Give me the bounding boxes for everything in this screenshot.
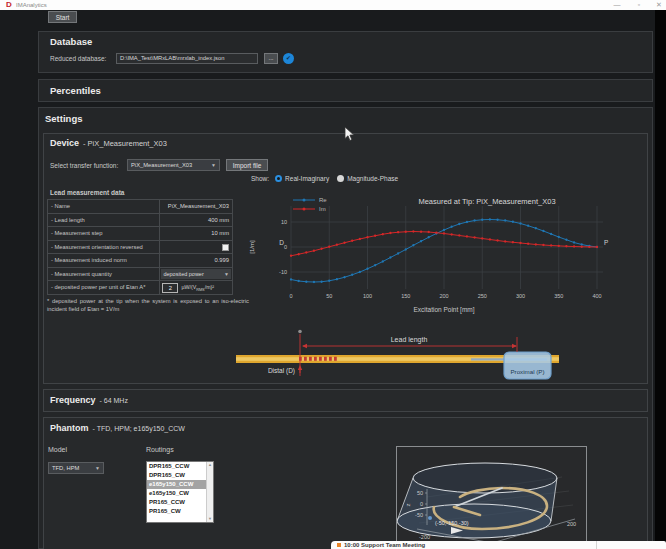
database-header: Database bbox=[50, 36, 92, 47]
lead-length-label: Lead length bbox=[391, 336, 428, 344]
routing-item[interactable]: DPR165_CCW bbox=[147, 462, 206, 471]
orientation-reversed-checkbox[interactable] bbox=[222, 244, 229, 251]
scroll-up-icon[interactable]: ▲ bbox=[207, 462, 213, 468]
z-axis-label: z bbox=[405, 504, 411, 507]
toast-text: 10:00 Support Team Meeting bbox=[344, 542, 425, 548]
table-row: - Lead length 400 mm bbox=[48, 214, 232, 228]
table-row: - Measurement quantity deposited power ▼ bbox=[48, 268, 232, 282]
distal-marker-dot bbox=[298, 330, 302, 334]
validate-check-icon[interactable]: ✔ bbox=[283, 53, 294, 64]
phantom-header: Phantom - TFD, HPM; e165y150_CCW bbox=[50, 423, 185, 433]
maximize-button[interactable]: ▫ bbox=[632, 0, 646, 10]
svg-text:250: 250 bbox=[478, 293, 487, 299]
quantity-select[interactable]: deposited power ▼ bbox=[161, 269, 231, 280]
axis-tick: 200 bbox=[567, 521, 576, 527]
phantom-panel: Phantom - TFD, HPM; e165y150_CCW Model T… bbox=[43, 417, 648, 549]
z-tick: -50 bbox=[415, 512, 423, 518]
svg-text:400: 400 bbox=[592, 293, 601, 299]
table-footnote: * deposited power at the tip when the sy… bbox=[47, 298, 249, 313]
device-header-title: Device bbox=[50, 138, 79, 148]
routing-item[interactable]: DPR165_CW bbox=[147, 471, 206, 480]
window-title: IMAnalytics bbox=[16, 0, 47, 10]
row-label: - Measurement quantity bbox=[48, 268, 160, 281]
device-header-value: - PiX_Measurement_X03 bbox=[83, 139, 167, 148]
svg-text:10: 10 bbox=[281, 219, 287, 225]
frequency-header: Frequency - 64 MHz bbox=[50, 395, 128, 405]
routing-item[interactable]: e165y150_CW bbox=[147, 489, 206, 498]
meeting-icon bbox=[337, 543, 341, 547]
table-row: - deposited power per unit of Etan A* µW… bbox=[48, 281, 232, 295]
chevron-down-icon: ▼ bbox=[211, 162, 216, 168]
svg-text:300: 300 bbox=[516, 293, 525, 299]
row-value: deposited power ▼ bbox=[160, 268, 232, 281]
svg-text:0: 0 bbox=[284, 244, 287, 250]
window-titlebar: D IMAnalytics — ▫ ✕ bbox=[0, 0, 666, 10]
routing-3d-plot-panel: 50 0 -50 z -200 0 200 (-50,-150,-30) bbox=[396, 446, 587, 549]
svg-text:D: D bbox=[279, 239, 284, 246]
table-row: - Measurement orientation reversed bbox=[48, 241, 232, 255]
transfer-function-value: PiX_Measurement_X03 bbox=[131, 162, 192, 168]
svg-text:200: 200 bbox=[439, 293, 448, 299]
quantity-value: deposited power bbox=[163, 271, 203, 277]
svg-text:350: 350 bbox=[554, 293, 563, 299]
percentiles-panel: Percentiles bbox=[38, 79, 653, 102]
table-row: - Measurement induced norm 0.999 bbox=[48, 254, 232, 268]
show-mode-group: Show: Real-Imaginary Magnitude-Phase bbox=[251, 175, 398, 182]
svg-text:Im: Im bbox=[319, 206, 326, 212]
listbox-scrollbar[interactable]: ▲ ▼ bbox=[206, 462, 213, 522]
row-label: - Name bbox=[48, 200, 160, 213]
distal-label: Distal (D) bbox=[268, 367, 295, 375]
transfer-function-label: Select transfer function: bbox=[50, 162, 118, 169]
reduced-database-label: Reduced database: bbox=[50, 55, 106, 62]
settings-header: Settings bbox=[45, 113, 82, 124]
scroll-down-icon[interactable]: ▼ bbox=[207, 516, 213, 522]
power-input[interactable] bbox=[162, 283, 178, 293]
routing-item[interactable]: PR165_CCW bbox=[147, 498, 206, 507]
reduced-database-input[interactable]: D:\IMA_Test\MRxLAB\mrxlab_index.json bbox=[116, 53, 258, 64]
start-button[interactable]: Start bbox=[48, 11, 77, 23]
import-file-button[interactable]: Import file bbox=[226, 159, 268, 171]
row-value: 0.999 bbox=[160, 254, 232, 267]
close-button[interactable]: ✕ bbox=[652, 0, 666, 10]
transfer-function-chart: 050100150200250300350400100-10Measured a… bbox=[247, 194, 651, 319]
lead-diagram: Proximal (P) Lead length Distal (D) bbox=[191, 326, 571, 384]
start-point-annotation: (-50,-150,-30) bbox=[435, 520, 469, 526]
routing-item[interactable]: PR165_CW bbox=[147, 507, 206, 516]
table-row: - Name PiX_Measurement_X03 bbox=[48, 200, 232, 214]
model-value: TFD, HPM bbox=[52, 465, 79, 471]
show-label: Show: bbox=[251, 175, 269, 182]
right-scrollbar[interactable] bbox=[655, 10, 666, 549]
minimize-button[interactable]: — bbox=[610, 0, 624, 10]
device-header: Device - PiX_Measurement_X03 bbox=[50, 138, 167, 148]
row-value: PiX_Measurement_X03 bbox=[160, 200, 232, 213]
row-label: - Measurement induced norm bbox=[48, 254, 160, 267]
radio-magnitude-phase[interactable] bbox=[337, 175, 344, 182]
browse-button[interactable]: ... bbox=[264, 53, 278, 64]
svg-text:[1/m]: [1/m] bbox=[249, 240, 255, 254]
power-unit: µW/(VRMS/m)² bbox=[181, 284, 214, 292]
axis-tick: -200 bbox=[419, 534, 430, 540]
radio-real-imaginary-label: Real-Imaginary bbox=[285, 175, 329, 182]
svg-text:150: 150 bbox=[401, 293, 410, 299]
table-row: - Measurement step 10 mm bbox=[48, 227, 232, 241]
row-value bbox=[160, 241, 232, 254]
routing-item-selected[interactable]: e165y150_CCW bbox=[147, 480, 206, 489]
model-label: Model bbox=[48, 446, 67, 453]
row-label: - Measurement orientation reversed bbox=[48, 241, 160, 254]
svg-text:-10: -10 bbox=[279, 269, 287, 275]
toast-notification[interactable]: 10:00 Support Team Meeting bbox=[331, 541, 666, 549]
model-select[interactable]: TFD, HPM ▼ bbox=[48, 462, 104, 474]
svg-text:100: 100 bbox=[363, 293, 372, 299]
row-value: µW/(VRMS/m)² bbox=[160, 281, 232, 294]
app-logo-icon: D bbox=[6, 0, 12, 10]
row-value: 10 mm bbox=[160, 227, 232, 240]
routings-label: Routings bbox=[146, 446, 174, 453]
transfer-function-select[interactable]: PiX_Measurement_X03 ▼ bbox=[127, 159, 220, 171]
database-panel: Database Reduced database: D:\IMA_Test\M… bbox=[38, 31, 653, 73]
lead-measurement-table: - Name PiX_Measurement_X03 - Lead length… bbox=[47, 199, 233, 295]
row-label: - deposited power per unit of Etan A* bbox=[48, 281, 160, 294]
svg-text:0: 0 bbox=[289, 293, 292, 299]
radio-magnitude-phase-label: Magnitude-Phase bbox=[347, 175, 398, 182]
proximal-label: Proximal (P) bbox=[510, 368, 544, 375]
radio-real-imaginary[interactable] bbox=[275, 175, 282, 182]
